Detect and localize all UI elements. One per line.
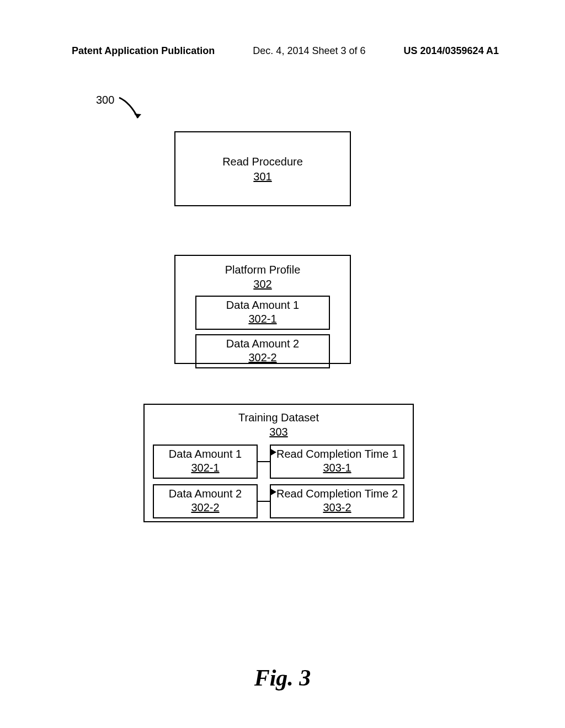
training-dataset-title: Training Dataset — [145, 410, 413, 425]
platform-profile-ref: 302 — [175, 277, 350, 291]
arrow-right-icon — [270, 448, 278, 456]
training-dataset-box: Training Dataset 303 Data Amount 1 302-1… — [143, 404, 414, 522]
platform-profile-box: Platform Profile 302 Data Amount 1 302-1… — [174, 255, 351, 364]
dataset-row-2-right-ref: 303-2 — [271, 501, 403, 515]
flow-diagram: 300 Read Procedure 301 Platform Profile … — [0, 88, 565, 640]
data-amount-1-box: Data Amount 1 302-1 — [195, 296, 330, 330]
data-amount-2-box: Data Amount 2 302-2 — [195, 334, 330, 368]
header-center: Dec. 4, 2014 Sheet 3 of 6 — [253, 45, 365, 57]
read-procedure-title: Read Procedure — [175, 154, 350, 169]
header-right: US 2014/0359624 A1 — [404, 45, 499, 57]
svg-marker-0 — [134, 114, 141, 118]
dataset-row-1: Data Amount 1 302-1 Read Completion Time… — [145, 445, 413, 479]
svg-marker-5 — [270, 448, 276, 456]
data-amount-1-title: Data Amount 1 — [196, 298, 329, 312]
dataset-row-2-left-title: Data Amount 2 — [154, 487, 257, 501]
page-header: Patent Application Publication Dec. 4, 2… — [0, 45, 565, 57]
header-left: Patent Application Publication — [72, 45, 215, 57]
data-amount-1-ref: 302-1 — [196, 312, 329, 326]
dataset-row-1-left-title: Data Amount 1 — [154, 447, 257, 461]
dataset-row-1-left: Data Amount 1 302-1 — [153, 445, 258, 479]
figure-label: Fig. 3 — [0, 665, 565, 691]
dataset-row-1-right: Read Completion Time 1 303-1 — [270, 445, 404, 479]
dataset-row-2-right-title: Read Completion Time 2 — [271, 487, 403, 501]
connector-line — [258, 501, 270, 502]
svg-marker-6 — [270, 488, 276, 496]
dataset-row-2-right: Read Completion Time 2 303-2 — [270, 484, 404, 518]
arrow-right-icon — [270, 488, 278, 496]
dataset-row-1-right-title: Read Completion Time 1 — [271, 447, 403, 461]
data-amount-2-ref: 302-2 — [196, 351, 329, 365]
dataset-row-1-right-ref: 303-1 — [271, 461, 403, 475]
dataset-row-2-left-ref: 302-2 — [154, 501, 257, 515]
dataset-row-2: Data Amount 2 302-2 Read Completion Time… — [145, 484, 413, 518]
read-procedure-box: Read Procedure 301 — [174, 131, 351, 206]
connector-line — [258, 461, 270, 463]
platform-profile-title: Platform Profile — [175, 263, 350, 277]
data-amount-2-title: Data Amount 2 — [196, 337, 329, 351]
read-procedure-ref: 301 — [175, 169, 350, 184]
dataset-row-1-left-ref: 302-1 — [154, 461, 257, 475]
dataset-row-2-left: Data Amount 2 302-2 — [153, 484, 258, 518]
reference-300-label: 300 — [96, 94, 114, 106]
reference-300-arrow-icon — [118, 96, 143, 124]
training-dataset-ref: 303 — [145, 425, 413, 439]
